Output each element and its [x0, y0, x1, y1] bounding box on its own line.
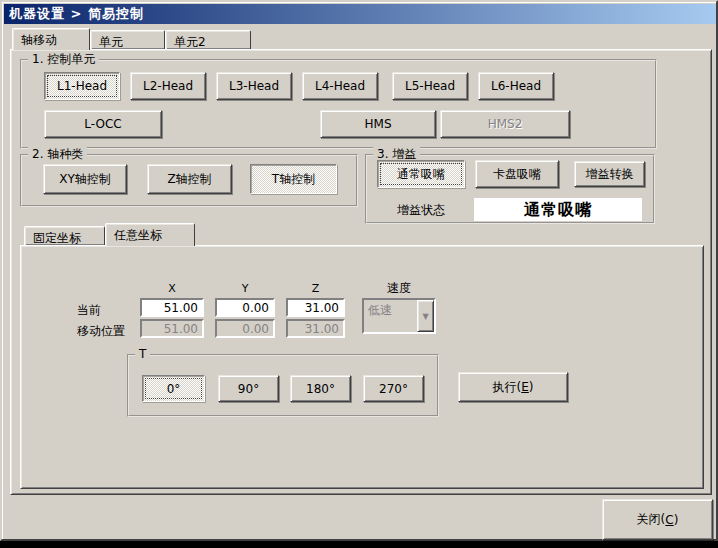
- angle-180-label: 180°: [306, 382, 335, 396]
- close-button[interactable]: 关闭(C): [602, 499, 713, 540]
- dialog-window: 机器设置 > 简易控制 轴移动 单元 单元2 1. 控制单元 L1-Head L…: [0, 0, 718, 541]
- z-axis-control-button[interactable]: Z轴控制: [147, 164, 232, 194]
- window-title: 机器设置 > 简易控制: [9, 6, 144, 21]
- hms2-button: HMS2: [440, 110, 570, 138]
- normal-nozzle-button[interactable]: 通常吸嘴: [377, 160, 465, 188]
- move-y-field: [215, 319, 275, 338]
- speed-dropdown-button[interactable]: ▼: [417, 300, 434, 332]
- l6-head-label: L6-Head: [491, 79, 541, 93]
- l3-head-label: L3-Head: [229, 79, 279, 93]
- execute-button[interactable]: 执行(E): [458, 372, 568, 402]
- l6-head-button[interactable]: L6-Head: [478, 72, 554, 100]
- l5-head-label: L5-Head: [405, 79, 455, 93]
- column-header-y: Y: [215, 282, 275, 295]
- tab-axis-move-label: 轴移动: [21, 33, 57, 47]
- group-t-angle-title: T: [135, 347, 150, 361]
- angle-90-button[interactable]: 90°: [218, 375, 279, 402]
- execute-label-post: ): [529, 380, 534, 394]
- column-header-z: Z: [286, 282, 345, 295]
- tab-fixed-coords[interactable]: 固定坐标: [24, 226, 105, 246]
- xy-axis-control-label: XY轴控制: [59, 171, 111, 188]
- chuck-nozzle-label: 卡盘吸嘴: [493, 166, 541, 183]
- close-label-pre: 关闭(: [637, 511, 666, 528]
- tab-fixed-coords-label: 固定坐标: [33, 231, 81, 245]
- t-axis-control-button[interactable]: T轴控制: [250, 164, 337, 194]
- move-x-field: [140, 319, 204, 338]
- close-label-post: ): [674, 513, 679, 527]
- speed-column-label: 速度: [362, 280, 436, 297]
- tab-unit-label: 单元: [99, 35, 123, 49]
- angle-90-label: 90°: [238, 382, 259, 396]
- execute-mnemonic: E: [521, 380, 529, 394]
- hms-button[interactable]: HMS: [320, 110, 436, 138]
- title-bar: 机器设置 > 简易控制: [4, 4, 716, 24]
- screen-background: { "titlebar": { "title": "机器设置 > 简易控制" }…: [0, 0, 718, 548]
- xy-axis-control-button[interactable]: XY轴控制: [43, 164, 127, 194]
- l1-head-button[interactable]: L1-Head: [44, 72, 120, 100]
- move-position-row-label: 移动位置: [77, 323, 125, 340]
- chuck-nozzle-button[interactable]: 卡盘吸嘴: [475, 160, 559, 188]
- z-axis-control-label: Z轴控制: [167, 171, 211, 188]
- group-control-unit-title: 1. 控制单元: [28, 52, 99, 66]
- column-header-x: X: [140, 282, 204, 295]
- gain-status-value: 通常吸嘴: [474, 198, 642, 221]
- l-occ-label: L-OCC: [84, 117, 121, 131]
- l2-head-button[interactable]: L2-Head: [130, 72, 206, 100]
- l4-head-label: L4-Head: [315, 79, 365, 93]
- angle-0-button[interactable]: 0°: [142, 375, 205, 402]
- chevron-down-icon: ▼: [422, 312, 428, 321]
- close-mnemonic: C: [665, 513, 673, 527]
- tab-arbitrary-coords-label: 任意坐标: [114, 228, 162, 242]
- group-gain-title: 3. 增益: [373, 147, 420, 161]
- move-z-field: [286, 319, 345, 338]
- tab-unit2-label: 单元2: [174, 35, 206, 49]
- tab-axis-move[interactable]: 轴移动: [12, 28, 90, 50]
- l3-head-button[interactable]: L3-Head: [216, 72, 292, 100]
- speed-combobox[interactable]: 低速 ▼: [362, 298, 436, 334]
- execute-label-pre: 执行(: [493, 379, 522, 396]
- angle-270-button[interactable]: 270°: [363, 375, 424, 402]
- gain-convert-button[interactable]: 增益转换: [574, 161, 645, 187]
- gain-status-label: 增益状态: [397, 202, 445, 219]
- current-x-field[interactable]: [140, 298, 204, 317]
- angle-270-label: 270°: [379, 382, 408, 396]
- current-row-label: 当前: [77, 302, 101, 319]
- group-axis-type-title: 2. 轴种类: [28, 147, 87, 161]
- tab-unit[interactable]: 单元: [90, 30, 165, 50]
- current-y-field[interactable]: [215, 298, 275, 317]
- l2-head-label: L2-Head: [143, 79, 193, 93]
- tab-arbitrary-coords[interactable]: 任意坐标: [105, 223, 195, 246]
- hms2-label: HMS2: [488, 117, 523, 131]
- hms-label: HMS: [365, 117, 392, 131]
- l-occ-button[interactable]: L-OCC: [44, 110, 162, 138]
- l4-head-button[interactable]: L4-Head: [302, 72, 378, 100]
- angle-0-label: 0°: [167, 382, 181, 396]
- l5-head-button[interactable]: L5-Head: [392, 72, 468, 100]
- normal-nozzle-label: 通常吸嘴: [397, 166, 445, 183]
- current-z-field[interactable]: [286, 298, 345, 317]
- t-axis-control-label: T轴控制: [272, 171, 315, 188]
- speed-value: 低速: [364, 300, 417, 332]
- gain-convert-label: 增益转换: [586, 166, 634, 183]
- tab-unit2[interactable]: 单元2: [165, 30, 251, 50]
- l1-head-label: L1-Head: [57, 79, 107, 93]
- angle-180-button[interactable]: 180°: [290, 375, 351, 402]
